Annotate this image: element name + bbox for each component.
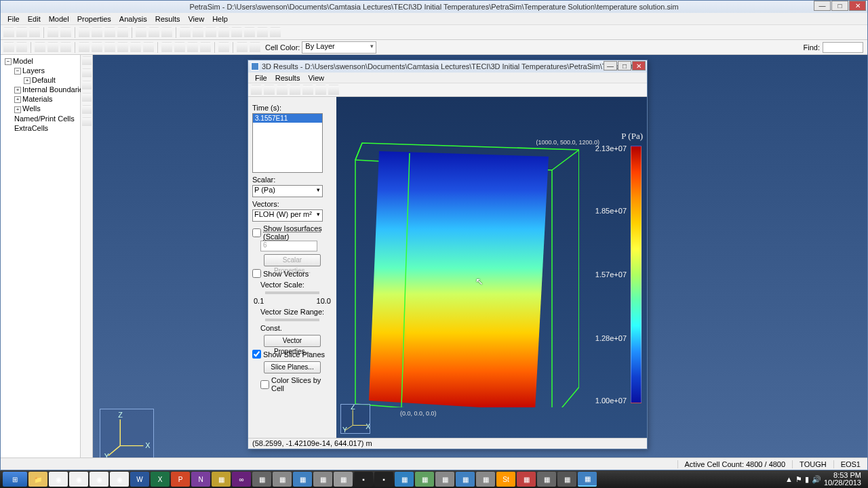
vector-scale-slider[interactable]: [265, 291, 319, 294]
st-down-icon[interactable]: [82, 105, 92, 115]
menu-results[interactable]: Results: [151, 15, 184, 23]
results-menu-file[interactable]: File: [251, 74, 271, 82]
task-app2[interactable]: ▦: [252, 472, 271, 487]
sphere-icon[interactable]: [104, 27, 115, 38]
vector-size-slider[interactable]: [265, 319, 319, 321]
st-pencil-icon[interactable]: [82, 93, 92, 102]
layers-icon[interactable]: [161, 27, 172, 38]
tree-materials[interactable]: +Materials: [2, 94, 79, 104]
task-app10[interactable]: ▦: [456, 472, 475, 487]
task-app1[interactable]: ▦: [212, 472, 231, 487]
show-iso-checkbox[interactable]: [252, 228, 261, 237]
scalar-combo[interactable]: P (Pa): [252, 185, 323, 197]
refresh-icon[interactable]: [218, 27, 229, 38]
results-min-button[interactable]: —: [604, 61, 617, 70]
undo-icon[interactable]: [47, 27, 58, 38]
task-chrome2[interactable]: ◉: [69, 472, 88, 487]
task-vs[interactable]: ∞: [232, 472, 251, 487]
st-down2-icon[interactable]: [82, 117, 92, 127]
task-onenote[interactable]: N: [191, 472, 210, 487]
menu-file[interactable]: File: [3, 15, 24, 23]
tree-internal-boundaries[interactable]: +Internal Boundaries: [2, 85, 79, 94]
save-icon[interactable]: [29, 27, 40, 38]
grid-icon[interactable]: [218, 42, 229, 53]
task-chrome1[interactable]: ◉: [49, 472, 68, 487]
zoom-icon[interactable]: [130, 42, 141, 53]
task-term1[interactable]: ▪: [354, 472, 373, 487]
task-excel[interactable]: X: [151, 472, 170, 487]
task-app4[interactable]: ▦: [293, 472, 312, 487]
play-icon[interactable]: [205, 27, 216, 38]
cylinder-icon[interactable]: [92, 27, 102, 38]
maximize-button[interactable]: □: [831, 1, 848, 11]
box-icon[interactable]: [79, 27, 90, 38]
task-chrome4[interactable]: ◉: [110, 472, 129, 487]
find-input[interactable]: [823, 42, 863, 53]
time-listbox[interactable]: 3.1557E11: [252, 113, 323, 173]
tray-up-icon[interactable]: ▲: [785, 475, 793, 483]
layers2-icon[interactable]: [250, 42, 260, 53]
task-sublime[interactable]: St: [496, 472, 515, 487]
toggle2-icon[interactable]: [187, 42, 198, 53]
tree-extracells[interactable]: ExtraCells: [2, 123, 79, 133]
chart-icon[interactable]: [270, 27, 281, 38]
view2d-icon[interactable]: [16, 42, 27, 53]
task-app11[interactable]: ▦: [476, 472, 495, 487]
run-icon[interactable]: [193, 27, 203, 38]
tray-vol-icon[interactable]: 🔊: [812, 475, 821, 484]
tree-wells[interactable]: +Wells: [2, 104, 79, 113]
task-app5[interactable]: ▦: [313, 472, 332, 487]
show-slice-checkbox[interactable]: [252, 350, 261, 359]
tree-layers[interactable]: −Layers: [2, 66, 79, 75]
rt-cube3-icon[interactable]: [328, 85, 339, 96]
task-app6[interactable]: ▦: [334, 472, 353, 487]
rt-cube1-icon[interactable]: [302, 85, 313, 96]
menu-analysis[interactable]: Analysis: [115, 15, 151, 23]
vectors-combo[interactable]: FLOH (W) per m²: [252, 209, 323, 222]
results-max-button[interactable]: □: [618, 61, 631, 70]
rt-cube2-icon[interactable]: [315, 85, 326, 96]
new-icon[interactable]: [3, 27, 14, 38]
tray-flag-icon[interactable]: ⚑: [795, 475, 802, 484]
task-explorer[interactable]: 📁: [28, 472, 47, 487]
rt-view-icon[interactable]: [277, 85, 288, 96]
menu-properties[interactable]: Properties: [73, 15, 115, 23]
results-canvas[interactable]: (1000.0, 500.0, 1200.0) (0.0, 0.0, 0.0) …: [336, 97, 647, 438]
results-menu-results[interactable]: Results: [271, 74, 304, 82]
tree-named-print[interactable]: Named/Print Cells: [2, 114, 79, 123]
left-icon[interactable]: [47, 42, 58, 53]
prism-icon[interactable]: [117, 27, 128, 38]
task-app8[interactable]: ▦: [415, 472, 434, 487]
plot-icon[interactable]: [257, 27, 268, 38]
open-icon[interactable]: [16, 27, 27, 38]
task-app9[interactable]: ▦: [435, 472, 454, 487]
slice-planes-button[interactable]: Slice Planes...: [264, 361, 321, 373]
results-menu-view[interactable]: View: [304, 74, 328, 82]
menu-view[interactable]: View: [184, 15, 208, 23]
text-a-icon[interactable]: [161, 42, 172, 53]
task-term2[interactable]: ▪: [374, 472, 393, 487]
redo-icon[interactable]: [60, 27, 71, 38]
task-app13[interactable]: ▦: [537, 472, 556, 487]
pointer-icon[interactable]: [79, 42, 90, 53]
rt-refresh-icon[interactable]: [264, 85, 275, 96]
tree-root[interactable]: −Model: [2, 56, 79, 66]
scalar-props-button[interactable]: Scalar Properties...: [264, 254, 321, 266]
task-app3[interactable]: ▦: [273, 472, 292, 487]
minimize-button[interactable]: —: [814, 1, 831, 11]
st-grid-icon[interactable]: [82, 68, 92, 78]
rt-text-icon[interactable]: [290, 85, 300, 96]
tray-net-icon[interactable]: ▮: [805, 475, 809, 484]
show-vectors-checkbox[interactable]: [252, 269, 261, 278]
results-close-button[interactable]: ✕: [632, 61, 646, 70]
check-icon[interactable]: [180, 27, 191, 38]
task-chrome3[interactable]: ◉: [90, 472, 108, 487]
toggle3-icon[interactable]: [200, 42, 211, 53]
menu-model[interactable]: Model: [45, 15, 73, 23]
menu-help[interactable]: Help: [208, 15, 232, 23]
zoombox-icon[interactable]: [143, 42, 154, 53]
start-button[interactable]: ⊞: [3, 472, 27, 487]
stop-icon[interactable]: [231, 27, 242, 38]
color-slices-checkbox[interactable]: [260, 380, 269, 389]
rotate-icon[interactable]: [117, 42, 128, 53]
